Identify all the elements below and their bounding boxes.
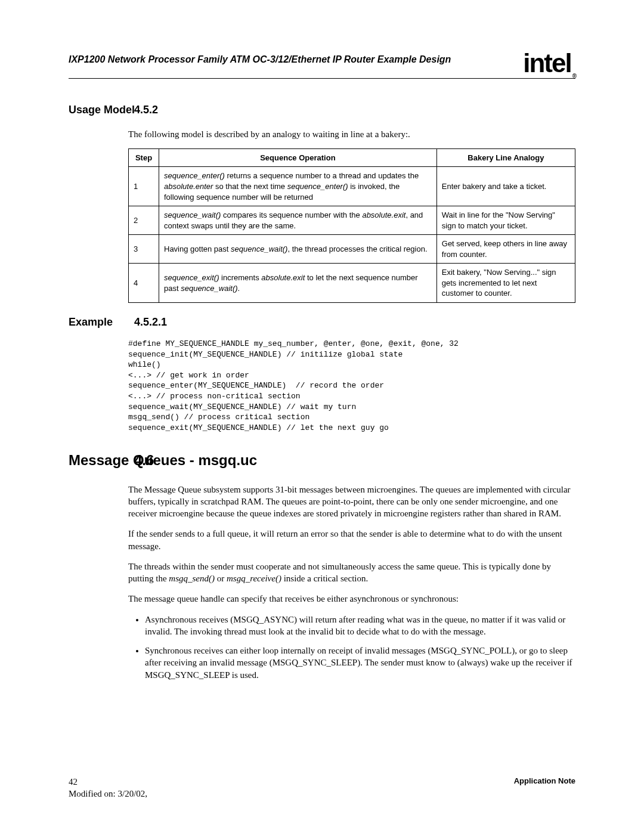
paragraph: The message queue handle can specify tha…	[128, 593, 575, 605]
intro-paragraph: The following model is described by an a…	[128, 128, 575, 140]
heading-4-5-2-1: 4.5.2.1 Example	[69, 315, 575, 329]
th-step: Step	[129, 148, 159, 167]
intel-logo: intel®	[523, 45, 575, 80]
cell-analogy: Enter bakery and take a ticket.	[436, 167, 575, 206]
list-item: Asynchronous receives (MSGQ_ASYNC) will …	[145, 614, 575, 638]
table-row: 3Having gotten past sequence_wait(), the…	[129, 235, 575, 264]
heading-title: Message Queues - msgq.uc	[69, 452, 257, 468]
table-row: 1sequence_enter() returns a sequence num…	[129, 167, 575, 206]
bullet-list: Asynchronous receives (MSGQ_ASYNC) will …	[128, 614, 575, 681]
table-row: 2sequence_wait() compares its sequence n…	[129, 206, 575, 235]
cell-step: 1	[129, 167, 159, 206]
footer-page: 42	[69, 777, 78, 786]
footer: Application Note 42 Modified on: 3/20/02…	[69, 776, 575, 800]
footer-modified: Modified on: 3/20/02,	[69, 789, 147, 798]
cell-operation: sequence_wait() compares its sequence nu…	[159, 206, 437, 235]
heading-number: 4.5.2	[134, 103, 158, 117]
heading-4-5-2: 4.5.2 Usage Model	[69, 103, 575, 117]
footer-appnote: Application Note	[514, 776, 575, 786]
cell-operation: sequence_exit() increments absolute.exit…	[159, 264, 437, 303]
paragraph: The Message Queue subsystem supports 31-…	[128, 484, 575, 520]
heading-title: Example	[69, 316, 113, 328]
cell-analogy: Wait in line for the "Now Serving" sign …	[436, 206, 575, 235]
header-title: IXP1200 Network Processor Family ATM OC-…	[69, 53, 451, 66]
cell-analogy: Exit bakery, "Now Serving..." sign gets …	[436, 264, 575, 303]
list-item: Synchronous receives can either loop int…	[145, 645, 575, 681]
th-op: Sequence Operation	[159, 148, 437, 167]
sequence-table: Step Sequence Operation Bakery Line Anal…	[128, 148, 575, 303]
cell-operation: sequence_enter() returns a sequence numb…	[159, 167, 437, 206]
running-header: IXP1200 Network Processor Family ATM OC-…	[69, 42, 575, 79]
table-row: 4sequence_exit() increments absolute.exi…	[129, 264, 575, 303]
cell-step: 4	[129, 264, 159, 303]
paragraph: The threads within the sender must coope…	[128, 561, 575, 585]
code-example: #define MY_SEQUENCE_HANDLE my_seq_number…	[128, 339, 575, 433]
heading-title: Usage Model	[69, 104, 135, 116]
cell-operation: Having gotten past sequence_wait(), the …	[159, 235, 437, 264]
th-analogy: Bakery Line Analogy	[436, 148, 575, 167]
heading-number: 4.6	[134, 451, 154, 470]
heading-number: 4.5.2.1	[134, 315, 167, 329]
heading-4-6: 4.6 Message Queues - msgq.uc	[69, 451, 575, 470]
cell-step: 3	[129, 235, 159, 264]
cell-analogy: Get served, keep others in line away fro…	[436, 235, 575, 264]
cell-step: 2	[129, 206, 159, 235]
paragraph: If the sender sends to a full queue, it …	[128, 528, 575, 552]
